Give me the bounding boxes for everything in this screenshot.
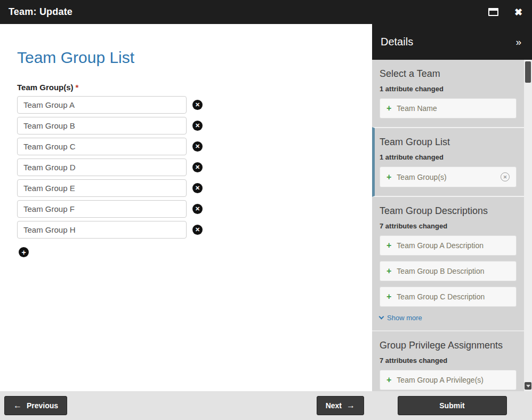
scroll-down-icon[interactable] <box>525 382 531 390</box>
attribute-label: Team Name <box>397 104 510 113</box>
show-more-label: Show more <box>387 314 422 322</box>
attribute-card[interactable]: + Team Group A Privilege(s) <box>380 370 517 390</box>
remove-item-icon[interactable]: ✕ <box>192 100 203 110</box>
group-row: ✕ <box>17 200 372 218</box>
remove-item-icon[interactable]: ✕ <box>192 141 203 152</box>
attribute-card[interactable]: + Team Group(s) ✕ <box>380 167 517 187</box>
required-marker: * <box>76 83 79 92</box>
details-body: Select a Team 1 attribute changed + Team… <box>372 60 532 391</box>
group-input[interactable] <box>17 117 187 134</box>
scrollbar-thumb[interactable] <box>525 61 531 83</box>
main-content: Team Group List Team Group(s)* ✕ ✕ ✕ ✕ <box>0 24 372 391</box>
details-title: Details <box>381 36 413 48</box>
down-triangle-icon <box>526 385 530 387</box>
plus-icon: + <box>386 104 391 113</box>
window-title: Team: Update <box>9 6 72 18</box>
details-sections: Select a Team 1 attribute changed + Team… <box>372 60 524 391</box>
section-status: 1 attribute changed <box>380 153 517 161</box>
details-header: Details » <box>372 24 532 60</box>
section-title: Group Privilege Assignments <box>380 340 517 351</box>
plus-icon: + <box>386 292 391 301</box>
details-section-group-privilege-assignments: Group Privilege Assignments 7 attributes… <box>372 330 524 391</box>
remove-item-icon[interactable]: ✕ <box>192 162 203 172</box>
previous-button[interactable]: ← Previous <box>4 396 67 415</box>
group-row: ✕ <box>17 179 372 197</box>
group-input[interactable] <box>17 159 187 176</box>
footer-bar: ← Previous Next → Submit <box>0 391 532 420</box>
plus-icon: + <box>386 241 391 250</box>
arrow-left-icon: ← <box>13 401 22 410</box>
group-input[interactable] <box>17 179 187 197</box>
section-title: Select a Team <box>380 68 517 80</box>
section-status: 1 attribute changed <box>380 85 517 93</box>
previous-button-label: Previous <box>27 401 58 410</box>
show-more-link[interactable]: Show more <box>380 314 517 322</box>
group-input[interactable] <box>17 138 187 155</box>
field-label: Team Group(s)* <box>17 83 372 92</box>
details-section-team-group-descriptions: Team Group Descriptions 7 attributes cha… <box>372 197 524 330</box>
chevron-down-icon <box>379 314 384 320</box>
group-row: ✕ <box>17 159 372 176</box>
details-section-team-group-list: Team Group List 1 attribute changed + Te… <box>372 127 524 197</box>
attribute-label: Team Group A Description <box>397 241 510 250</box>
add-item-icon[interactable]: + <box>19 247 29 257</box>
page-title: Team Group List <box>17 49 372 67</box>
section-status: 7 attributes changed <box>380 356 517 364</box>
scrollbar[interactable] <box>524 60 532 391</box>
attribute-card[interactable]: + Team Group B Description <box>380 261 517 281</box>
footer-nav: ← Previous Next → <box>0 396 372 415</box>
field-label-text: Team Group(s) <box>17 83 74 92</box>
attribute-label: Team Group B Description <box>397 267 510 275</box>
remove-item-icon[interactable]: ✕ <box>192 121 203 131</box>
remove-item-icon[interactable]: ✕ <box>192 183 203 193</box>
remove-item-icon[interactable]: ✕ <box>192 204 203 214</box>
plus-icon: + <box>386 267 391 275</box>
next-button-label: Next <box>326 401 342 410</box>
maximize-icon[interactable] <box>488 8 498 16</box>
collapse-panel-icon[interactable]: » <box>515 36 521 48</box>
plus-icon: + <box>386 173 391 181</box>
section-status: 7 attributes changed <box>380 222 517 230</box>
section-title: Team Group List <box>380 137 517 148</box>
group-row: ✕ <box>17 138 372 155</box>
body: Team Group List Team Group(s)* ✕ ✕ ✕ ✕ <box>0 24 532 391</box>
attribute-label: Team Group A Privilege(s) <box>397 376 510 384</box>
close-icon[interactable]: ✖ <box>514 7 522 17</box>
footer-submit-area: Submit <box>372 396 532 415</box>
group-input[interactable] <box>17 221 187 239</box>
details-section-select-a-team: Select a Team 1 attribute changed + Team… <box>372 60 524 127</box>
group-input[interactable] <box>17 96 187 114</box>
attribute-card[interactable]: + Team Name <box>380 98 517 118</box>
submit-button-label: Submit <box>439 401 464 410</box>
arrow-right-icon: → <box>346 401 355 410</box>
attribute-label: Team Group C Description <box>397 292 510 301</box>
dismiss-attribute-icon[interactable]: ✕ <box>501 172 510 181</box>
submit-button[interactable]: Submit <box>398 396 507 415</box>
attribute-card[interactable]: + Team Group C Description <box>380 287 517 307</box>
remove-item-icon[interactable]: ✕ <box>192 225 203 235</box>
group-input[interactable] <box>17 200 187 218</box>
attribute-card[interactable]: + Team Group A Description <box>380 235 517 256</box>
section-title: Team Group Descriptions <box>380 205 517 217</box>
group-row: ✕ <box>17 96 372 114</box>
app-window: Team: Update ✖ Team Group List Team Grou… <box>0 0 532 420</box>
attribute-label: Team Group(s) <box>397 173 501 181</box>
group-row: ✕ <box>17 221 372 239</box>
next-button[interactable]: Next → <box>317 396 364 415</box>
window-controls: ✖ <box>488 7 522 17</box>
details-panel: Details » Select a Team 1 attribute chan… <box>372 24 532 391</box>
group-row: ✕ <box>17 117 372 134</box>
plus-icon: + <box>386 376 391 384</box>
titlebar: Team: Update ✖ <box>0 0 532 24</box>
